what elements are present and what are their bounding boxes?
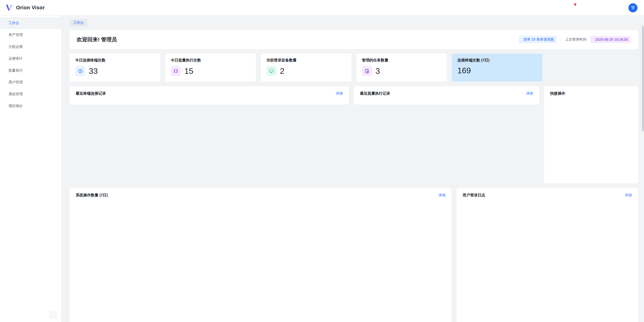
sidebar-item-servers[interactable]: 资产管理 (0, 29, 61, 41)
mid-row: 最近终端连接记录 详情 最近批量执行记录 详情 快捷操作 (70, 86, 638, 183)
user-avatar[interactable]: 管 (628, 3, 637, 12)
code-button-button[interactable] (538, 4, 546, 12)
settings-button[interactable] (613, 4, 622, 12)
sidebar-item-label: 用户管理 (9, 80, 53, 85)
stat-card-bottom: 3 (362, 66, 441, 76)
stat-card-1: 今日连接终端次数33 (70, 54, 160, 82)
stat-card-value: 3 (376, 66, 380, 76)
sidebar-item-shield[interactable]: 运维审计 (0, 53, 61, 64)
stat-card-title: 当前登录设备数量 (266, 58, 346, 63)
stat-card-bottom: 33 (75, 66, 155, 76)
system-operations-chart-card: 系统操作数量 (7日) 详情 (70, 188, 452, 322)
sidebar-item-label: 系统管理 (9, 92, 53, 96)
terminal-records-detail-link[interactable]: 详情 (336, 91, 343, 96)
sidebar-item-dashboard[interactable]: 工作台 (0, 17, 61, 29)
batch-records-title: 最近批量执行记录 (360, 91, 390, 96)
header-actions: 管 (538, 3, 637, 12)
sidebar-item-label: 工作台 (9, 21, 56, 25)
login-logs-card: 用户登录日志 详情 (457, 188, 638, 322)
login-logs-detail-link[interactable]: 详情 (625, 193, 632, 198)
stat-card-value: 169 (457, 66, 471, 75)
brand-name: Orion Visor (16, 5, 45, 11)
stat-card-value: 2 (280, 66, 285, 76)
stats-row: 今日连接终端次数33今日批量执行次数{}15当前登录设备数量2管理的任务数量3连… (70, 54, 638, 82)
stat-card-3: 当前登录设备数量2 (261, 54, 351, 82)
welcome-card: 欢迎回来! 管理员 您有 15 条未读消息 上次登录时间 2025-06-25 … (70, 30, 638, 49)
stat-card-5: 连接终端次数 (7日)169 (452, 54, 542, 82)
sidebar-collapse-button[interactable] (49, 311, 57, 319)
unread-messages-text: 您有 15 条未读消息 (524, 37, 554, 42)
main-content: 工作台 欢迎回来! 管理员 您有 15 条未读消息 上次登录时间 2025-06… (62, 16, 644, 322)
sidebar: 工作台资产管理主机运维运维审计批量执行用户管理系统管理项目地址 (0, 16, 62, 322)
task-icon (362, 66, 372, 76)
app-header: Orion Visor 管 (0, 0, 644, 16)
stat-card-4: 管理的任务数量3 (356, 54, 447, 82)
brand: Orion Visor (6, 5, 45, 11)
terminal-records-card: 最近终端连接记录 详情 (70, 86, 349, 104)
sidebar-item-label: 运维审计 (9, 56, 53, 61)
sidebar-item-link[interactable]: 项目地址 (0, 100, 61, 112)
stat-card-value: 15 (184, 66, 193, 76)
clock-icon (75, 66, 85, 76)
bottom-row: 系统操作数量 (7日) 详情 用户登录日志 详情 (70, 188, 638, 322)
system-operations-chart (76, 199, 446, 315)
welcome-right: 您有 15 条未读消息 上次登录时间 2025-06-25 19:26:55 (519, 36, 631, 43)
sidebar-item-label: 项目地址 (9, 104, 56, 108)
theme-toggle-button[interactable] (553, 4, 561, 12)
sidebar-item-wrench[interactable]: 系统管理 (0, 88, 61, 100)
stat-card-bottom: {}15 (171, 66, 250, 76)
batch-records-card: 最近批量执行记录 详情 (354, 86, 539, 104)
divider (561, 37, 561, 42)
monitor-icon (266, 66, 276, 76)
breadcrumb-item-workbench[interactable]: 工作台 (70, 19, 87, 27)
braces-icon: {} (171, 66, 181, 76)
stat-card-title: 今日连接终端次数 (75, 58, 155, 63)
sidebar-item-user[interactable]: 用户管理 (0, 76, 61, 88)
area-chart-svg (76, 199, 446, 315)
quick-actions-title: 快捷操作 (550, 91, 565, 96)
last-login-time-badge: 2025-06-25 19:26:55 (590, 36, 631, 43)
sidebar-item-monitor[interactable]: 主机运维 (0, 41, 61, 53)
notification-dot (574, 3, 576, 6)
system-operations-detail-link[interactable]: 详情 (438, 193, 446, 198)
fullscreen-button[interactable] (583, 4, 592, 12)
stat-card-bottom: 2 (266, 66, 346, 76)
stat-card-2: 今日批量执行次数{}15 (165, 54, 256, 82)
scrollbar-thumb[interactable] (642, 26, 644, 131)
terminal-records-title: 最近终端连接记录 (76, 91, 106, 96)
stat-card-title: 管理的任务数量 (362, 58, 441, 63)
breadcrumb: 工作台 (70, 19, 638, 27)
sidebar-item-label: 主机运维 (9, 45, 53, 49)
page-scrollbar[interactable] (642, 16, 644, 322)
batch-records-detail-link[interactable]: 详情 (526, 91, 533, 96)
stat-card-title: 今日批量执行次数 (171, 58, 250, 63)
stat-card-value: 33 (89, 66, 98, 76)
sidebar-item-label: 资产管理 (9, 33, 53, 37)
quick-actions-card: 快捷操作 (544, 86, 638, 183)
refresh-button[interactable] (598, 4, 607, 12)
unread-messages-badge[interactable]: 您有 15 条未读消息 (519, 36, 557, 43)
sidebar-item-label: 批量执行 (9, 68, 53, 73)
notifications-button[interactable] (568, 4, 577, 12)
sidebar-item-cluster[interactable]: 批量执行 (0, 64, 61, 76)
login-logs-title: 用户登录日志 (463, 193, 485, 198)
last-login-label: 上次登录时间 (565, 37, 586, 42)
orion-visor-logo (6, 5, 13, 11)
last-login-time: 2025-06-25 19:26:55 (595, 38, 628, 42)
terminal-sparkline-chart (482, 60, 539, 81)
welcome-title: 欢迎回来! 管理员 (77, 36, 117, 43)
system-operations-title: 系统操作数量 (7日) (76, 193, 108, 198)
